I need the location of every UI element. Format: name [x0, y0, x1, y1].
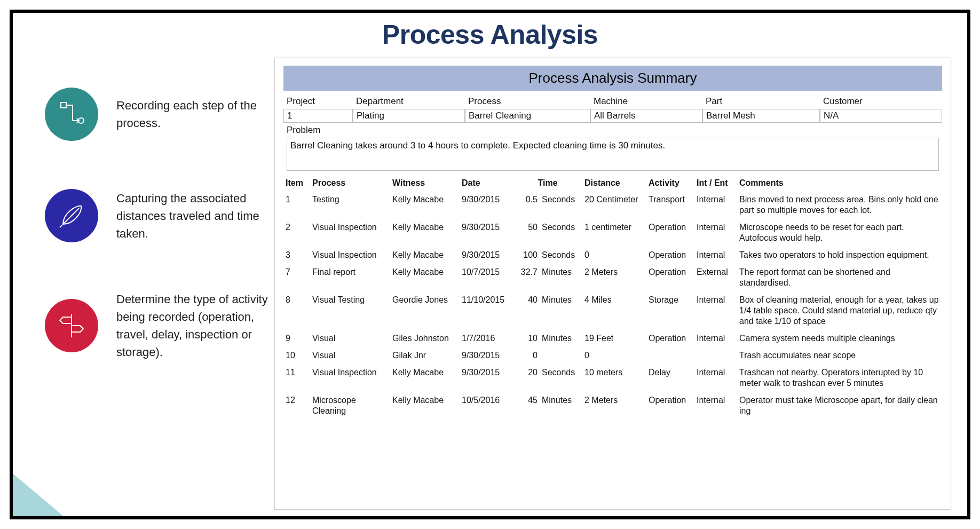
cell-activity: Storage	[646, 291, 694, 330]
cell-intent: Internal	[694, 219, 737, 247]
cell-time_u: Seconds	[540, 364, 582, 392]
cell-activity: Operation	[646, 247, 694, 264]
cell-item: 2	[283, 219, 310, 247]
cell-date: 9/30/2015	[460, 347, 513, 364]
table-row: 11Visual InspectionKelly Macabe9/30/2015…	[283, 364, 942, 392]
cell-distance: 20 Centimeter	[582, 191, 646, 219]
cell-witness: Kelly Macabe	[390, 191, 460, 219]
meta-label-process: Process	[465, 94, 590, 109]
cell-witness: Kelly Macabe	[390, 364, 460, 392]
cell-item: 9	[283, 330, 310, 347]
cell-date: 10/7/2015	[460, 264, 513, 291]
cell-item: 3	[283, 247, 310, 264]
cell-item: 10	[283, 347, 310, 364]
meta-value-process: Barrel Cleaning	[465, 109, 590, 123]
col-witness: Witness	[390, 175, 460, 191]
slide-frame: Process Analysis Recording each step of …	[10, 10, 970, 519]
cell-intent: Internal	[694, 247, 737, 264]
meta-label-machine: Machine	[590, 94, 702, 109]
cell-intent: Internal	[694, 291, 737, 330]
cell-comments: Camera system needs multiple cleanings	[737, 330, 942, 347]
cell-distance: 19 Feet	[582, 330, 646, 347]
cell-time_u: Minutes	[540, 264, 582, 291]
cell-time_u: Seconds	[540, 191, 582, 219]
col-activity: Activity	[646, 175, 694, 191]
cell-process: Visual	[310, 330, 390, 347]
feather-icon	[45, 189, 98, 242]
cell-process: Microscope Cleaning	[310, 392, 390, 420]
bullet-item: Determine the type of activity being rec…	[45, 290, 274, 361]
cell-time_n: 50	[513, 219, 540, 247]
cell-time_u: Minutes	[540, 291, 582, 330]
left-column: Recording each step of the process. Capt…	[45, 58, 274, 510]
cell-witness: Geordie Jones	[390, 291, 460, 330]
cell-comments: The report format can be shortened and s…	[737, 264, 942, 291]
meta-label-part: Part	[702, 94, 820, 109]
col-comments: Comments	[737, 175, 942, 191]
cell-witness: Gilak Jnr	[390, 347, 460, 364]
cell-distance: 2 Meters	[582, 264, 646, 291]
cell-activity: Operation	[646, 392, 694, 420]
meta-value-project: 1	[283, 109, 353, 123]
cell-date: 9/30/2015	[460, 191, 513, 219]
meta-value-customer: N/A	[820, 109, 942, 123]
cell-item: 8	[283, 291, 310, 330]
table-row: 7Final reportKelly Macabe10/7/201532.7Mi…	[283, 264, 942, 291]
cell-comments: Box of cleaning material, enough for a y…	[737, 291, 942, 330]
cell-comments: Trashcan not nearby. Operators interupte…	[737, 364, 942, 392]
cell-process: Visual Inspection	[310, 364, 390, 392]
cell-process: Visual Inspection	[310, 247, 390, 264]
cell-activity: Operation	[646, 264, 694, 291]
table-row: 9VisualGiles Johnston1/7/201610Minutes19…	[283, 330, 942, 347]
cell-witness: Kelly Macabe	[390, 219, 460, 247]
cell-date: 10/5/2016	[460, 392, 513, 420]
cell-time_n: 45	[513, 392, 540, 420]
page-title: Process Analysis	[13, 19, 967, 50]
summary-panel: Process Analysis Summary Project 1 Depar…	[274, 58, 951, 510]
cell-activity: Transport	[646, 191, 694, 219]
cell-intent	[694, 347, 737, 364]
meta-row: Project 1 Department Plating Process Bar…	[283, 94, 942, 123]
cell-witness: Kelly Macabe	[390, 264, 460, 291]
bullet-text: Determine the type of activity being rec…	[116, 290, 274, 361]
cell-distance: 2 Meters	[582, 392, 646, 420]
col-date: Date	[460, 175, 513, 191]
svg-rect-0	[61, 102, 66, 108]
cell-date: 9/30/2015	[460, 219, 513, 247]
cell-activity: Operation	[646, 219, 694, 247]
cell-time_u: Minutes	[540, 330, 582, 347]
cell-date: 9/30/2015	[460, 247, 513, 264]
bullet-text: Capturing the associated distances trave…	[116, 190, 274, 242]
cell-intent: Internal	[694, 330, 737, 347]
cell-date: 11/10/2015	[460, 291, 513, 330]
col-intent: Int / Ent	[694, 175, 737, 191]
cell-item: 7	[283, 264, 310, 291]
cell-witness: Kelly Macabe	[390, 247, 460, 264]
cell-process: Visual Inspection	[310, 219, 390, 247]
content-area: Recording each step of the process. Capt…	[45, 58, 951, 510]
cell-time_n: 0.5	[513, 191, 540, 219]
cell-distance: 0	[582, 347, 646, 364]
cell-process: Visual Testing	[310, 291, 390, 330]
cell-activity: Delay	[646, 364, 694, 392]
cell-comments: Operator must take Microscope apart, for…	[737, 392, 942, 420]
bullet-text: Recording each step of the process.	[116, 97, 274, 132]
col-process: Process	[310, 175, 390, 191]
cell-time_u: Seconds	[540, 219, 582, 247]
signpost-icon	[45, 299, 98, 352]
cell-time_u: Seconds	[540, 247, 582, 264]
col-distance: Distance	[582, 175, 646, 191]
table-row: 8Visual TestingGeordie Jones11/10/201540…	[283, 291, 942, 330]
meta-label-project: Project	[283, 94, 353, 109]
bullet-item: Recording each step of the process.	[45, 88, 274, 141]
meta-value-machine: All Barrels	[590, 109, 702, 123]
flow-icon	[45, 88, 98, 141]
table-row: 12Microscope CleaningKelly Macabe10/5/20…	[283, 392, 942, 420]
cell-time_n: 40	[513, 291, 540, 330]
table-row: 2Visual InspectionKelly Macabe9/30/20155…	[283, 219, 942, 247]
cell-comments: Takes two operators to hold inspection e…	[737, 247, 942, 264]
meta-value-part: Barrel Mesh	[702, 109, 820, 123]
cell-intent: Internal	[694, 364, 737, 392]
table-row: 10VisualGilak Jnr9/30/201500Trash accumu…	[283, 347, 942, 364]
problem-box: Barrel Cleaning takes around 3 to 4 hour…	[287, 138, 939, 171]
